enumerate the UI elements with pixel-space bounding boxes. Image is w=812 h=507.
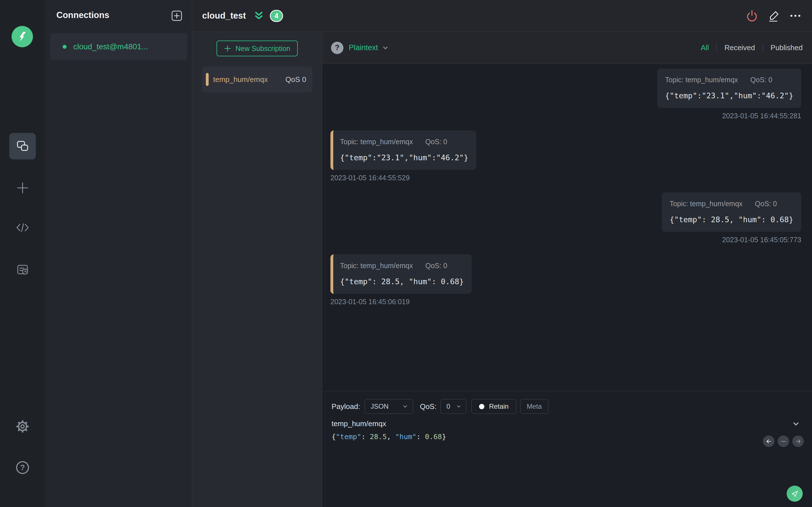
retain-label: Retain xyxy=(489,402,508,410)
prev-message-button[interactable] xyxy=(763,436,774,447)
message-received: Topic: temp_hum/emqxQoS: 0{"temp": 28.5,… xyxy=(331,255,472,306)
more-options-button[interactable] xyxy=(790,10,801,22)
main-area: cloud_test 4 xyxy=(192,0,812,507)
edit-connection-button[interactable] xyxy=(767,9,780,22)
message-payload: {"temp": 28.5, "hum": 0.68} xyxy=(340,277,464,286)
code-icon xyxy=(15,221,30,235)
message-received: Topic: temp_hum/emqxQoS: 0{"temp":"23.1"… xyxy=(331,130,476,182)
qos-value: 0 xyxy=(446,402,450,410)
subscription-color-bar xyxy=(206,73,209,86)
meta-button[interactable]: Meta xyxy=(520,399,548,414)
icon-rail: ? xyxy=(0,0,45,507)
sidebar-item-log[interactable] xyxy=(9,256,36,283)
message-format-value: Plaintext xyxy=(349,43,378,52)
message-published: Topic: temp_hum/emqxQoS: 0{"temp":"23.1"… xyxy=(657,68,801,120)
sidebar-item-script[interactable] xyxy=(9,214,36,241)
connections-title: Connections xyxy=(56,10,109,20)
message-topic: Topic: temp_hum/emqx xyxy=(665,76,738,84)
qos-label: QoS: xyxy=(420,402,437,411)
message-card[interactable]: Topic: temp_hum/emqxQoS: 0{"temp":"23.1"… xyxy=(657,68,801,108)
message-payload: {"temp":"23.1","hum":"46.2"} xyxy=(665,91,794,100)
message-published: Topic: temp_hum/emqxQoS: 0{"temp": 28.5,… xyxy=(662,192,801,244)
send-button[interactable] xyxy=(786,486,803,502)
subscription-item[interactable]: temp_hum/emqx QoS 0 xyxy=(202,66,312,93)
help-icon: ? xyxy=(16,461,29,474)
publish-payload-editor[interactable]: {"temp": 28.5, "hum": 0.68} xyxy=(332,433,801,441)
payload-format-select[interactable]: JSON xyxy=(364,399,413,414)
add-connection-button[interactable] xyxy=(171,10,183,21)
clear-message-button[interactable] xyxy=(777,436,789,447)
plus-icon xyxy=(224,45,231,52)
message-nav-buttons xyxy=(763,436,804,447)
subscription-topic: temp_hum/emqx xyxy=(213,75,268,84)
connection-status-dot xyxy=(63,45,66,49)
publish-topic-input[interactable]: temp_hum/emqx xyxy=(332,419,386,428)
chevron-down-icon xyxy=(456,404,462,409)
tab-all[interactable]: All xyxy=(701,43,709,52)
plus-icon xyxy=(15,181,30,195)
message-list: Topic: temp_hum/emqxQoS: 0{"temp":"23.1"… xyxy=(322,64,812,391)
message-filter-bar: ? Plaintext All Received Published xyxy=(322,32,812,64)
sidebar-item-connections[interactable] xyxy=(9,133,36,159)
sidebar-item-help[interactable]: ? xyxy=(9,454,36,481)
retain-indicator-dot xyxy=(479,404,485,409)
retain-toggle[interactable]: Retain xyxy=(471,399,516,414)
plus-square-icon xyxy=(171,10,183,21)
chevron-down-icon xyxy=(382,44,389,52)
new-subscription-label: New Subscription xyxy=(236,45,290,53)
format-help-icon[interactable]: ? xyxy=(331,42,343,54)
message-payload: {"temp":"23.1","hum":"46.2"} xyxy=(340,153,468,162)
subscription-qos: QoS 0 xyxy=(285,75,306,84)
collapse-publish-icon[interactable] xyxy=(792,420,800,428)
message-timestamp: 2023-01-05 16:44:55:281 xyxy=(657,112,801,120)
pencil-icon xyxy=(767,9,780,22)
tab-separator xyxy=(763,44,763,52)
message-topic: Topic: temp_hum/emqx xyxy=(340,262,413,270)
ellipsis-icon xyxy=(790,10,801,22)
double-chevron-down-icon[interactable] xyxy=(253,10,264,21)
new-subscription-button[interactable]: New Subscription xyxy=(216,41,298,56)
message-timestamp: 2023-01-05 16:45:06:019 xyxy=(331,298,472,306)
connection-header: cloud_test 4 xyxy=(192,0,812,32)
tab-received[interactable]: Received xyxy=(724,43,755,52)
main-body: New Subscription temp_hum/emqx QoS 0 ? P… xyxy=(192,32,812,507)
send-plane-icon xyxy=(790,489,799,498)
message-topic: Topic: temp_hum/emqx xyxy=(340,138,413,146)
connection-title: cloud_test xyxy=(202,11,246,21)
chevron-down-icon xyxy=(402,403,408,409)
sidebar-item-new-connection[interactable] xyxy=(9,175,36,201)
connections-icon xyxy=(16,139,29,153)
header-actions xyxy=(746,9,801,22)
message-qos: QoS: 0 xyxy=(755,200,777,208)
subscription-count-badge: 4 xyxy=(270,10,283,22)
disconnect-button[interactable] xyxy=(746,9,758,22)
message-qos: QoS: 0 xyxy=(425,138,447,146)
publish-panel: Payload: JSON QoS: 0 Retain xyxy=(322,391,812,507)
message-timestamp: 2023-01-05 16:45:05:773 xyxy=(662,236,801,244)
message-qos: QoS: 0 xyxy=(425,262,447,270)
message-timestamp: 2023-01-05 16:44:55:529 xyxy=(331,174,476,182)
mqttx-logo-icon xyxy=(11,26,33,47)
sidebar-item-settings[interactable] xyxy=(9,413,36,440)
payload-format-value: JSON xyxy=(370,402,389,410)
minus-icon xyxy=(780,438,787,445)
next-message-button[interactable] xyxy=(792,436,804,447)
log-icon xyxy=(16,263,29,276)
message-qos: QoS: 0 xyxy=(750,76,772,84)
connection-item[interactable]: cloud_test@m4801... xyxy=(50,33,187,60)
message-payload: {"temp": 28.5, "hum": 0.68} xyxy=(670,215,794,224)
qos-select[interactable]: 0 xyxy=(441,399,466,414)
payload-label: Payload: xyxy=(332,402,360,411)
message-card[interactable]: Topic: temp_hum/emqxQoS: 0{"temp": 28.5,… xyxy=(331,255,472,294)
tab-published[interactable]: Published xyxy=(770,43,803,52)
message-card[interactable]: Topic: temp_hum/emqxQoS: 0{"temp":"23.1"… xyxy=(331,130,476,170)
gear-icon xyxy=(16,420,29,433)
publish-topic-row: temp_hum/emqx xyxy=(332,419,801,428)
message-format-select[interactable]: Plaintext xyxy=(349,43,389,52)
connections-panel: Connections cloud_test@m4801... xyxy=(45,0,192,507)
subscriptions-panel: New Subscription temp_hum/emqx QoS 0 xyxy=(192,32,322,507)
message-card[interactable]: Topic: temp_hum/emqxQoS: 0{"temp": 28.5,… xyxy=(662,192,801,232)
arrow-right-icon xyxy=(795,438,802,445)
mqttx-app: ? Connections cloud_test@m4801... cloud_… xyxy=(0,0,812,507)
connection-name: cloud_test@m4801... xyxy=(73,42,148,51)
